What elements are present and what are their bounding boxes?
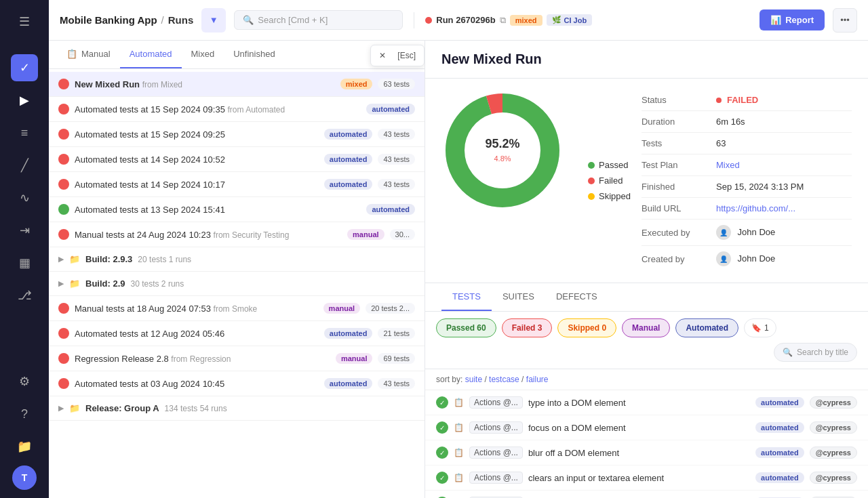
skipped-dot: [588, 193, 595, 200]
play-icon[interactable]: ▶: [11, 87, 38, 114]
group-title: Release: Group A: [85, 403, 159, 413]
tab-suites[interactable]: SUITES: [492, 283, 545, 311]
filter-manual-button[interactable]: Manual: [622, 318, 670, 337]
detail-duration-row: Duration 6m 16s: [642, 111, 852, 133]
group-row[interactable]: ▶ 📁 Release: Group A 134 tests 54 runs: [49, 396, 425, 421]
test-item[interactable]: ✓ 📋 Actions @... clears an input or text…: [425, 465, 868, 491]
run-title: Automated tests at 15 Sep 2024 09:35 fro…: [75, 104, 361, 115]
tag-automated: automated: [755, 397, 804, 408]
folder-icon: 📁: [69, 254, 80, 264]
status-dot-failed: [58, 79, 69, 89]
status-dot-passed: [58, 204, 69, 215]
tab-mixed[interactable]: Mixed: [182, 41, 224, 68]
filter-button[interactable]: ▼: [201, 8, 226, 33]
run-item[interactable]: Automated tests at 15 Sep 2024 09:35 fro…: [49, 97, 425, 122]
detail-createdby-row: Created by 👤 John Doe: [642, 246, 852, 272]
test-count: 30...: [390, 229, 415, 240]
run-item[interactable]: Regression Release 2.8 from Regression m…: [49, 346, 425, 371]
dashboard-icon[interactable]: ✓: [11, 54, 38, 81]
legend-failed: Failed: [588, 175, 631, 186]
menu-icon[interactable]: ☰: [11, 8, 38, 35]
test-count: 63 tests: [378, 79, 415, 89]
tab-unfinished[interactable]: Unfinished: [224, 41, 284, 68]
run-title: Automated tests at 14 Sep 2024 10:17: [75, 180, 319, 190]
group-title: Build: 2.9.3: [85, 254, 132, 264]
test-name: blur off a DOM element: [528, 448, 750, 458]
close-icon: ✕: [379, 51, 386, 60]
tab-tests[interactable]: TESTS: [441, 283, 492, 311]
group-row[interactable]: ▶ 📁 Build: 2.9 30 tests 2 runs: [49, 272, 425, 296]
user-avatar[interactable]: T: [12, 465, 37, 490]
sort-bar: sort by: suite / testcase / failure: [425, 369, 868, 390]
svg-text:4.8%: 4.8%: [494, 154, 511, 163]
run-item[interactable]: New Mixed Run from Mixed mixed 63 tests: [49, 72, 425, 97]
filter-automated-button[interactable]: Automated: [675, 318, 738, 337]
left-panel: 📋 Manual Automated Mixed Unfinished ✕ [E…: [49, 41, 425, 498]
sort-suite-link[interactable]: suite: [465, 375, 482, 384]
tag-automated: automated: [324, 129, 373, 140]
folder-icon[interactable]: 📁: [11, 433, 38, 460]
test-item[interactable]: ✓ 📋 Actions @... type into a DOM element…: [425, 390, 868, 415]
folder-icon: 📁: [69, 403, 80, 413]
analytics-icon[interactable]: ∿: [11, 184, 38, 211]
help-icon[interactable]: ?: [11, 400, 38, 428]
test-plan-link[interactable]: Mixed: [716, 160, 740, 170]
test-status-passed: ✓: [436, 472, 448, 484]
sort-testcase-link[interactable]: testcase: [489, 375, 519, 384]
suite-icon: 📋: [454, 473, 464, 482]
left-navigation: ☰ ✓ ▶ ≡ ╱ ∿ ⇥ ▦ ⎇ ⚙ ? 📁 T: [0, 0, 49, 498]
run-item[interactable]: Automated tests at 03 Aug 2024 10:45 aut…: [49, 371, 425, 396]
run-item[interactable]: Automated tests at 14 Sep 2024 10:52 aut…: [49, 147, 425, 172]
suite-label: Actions @...: [469, 472, 523, 484]
import-icon[interactable]: ⇥: [11, 217, 38, 244]
status-dot-failed: [58, 104, 69, 115]
report-button[interactable]: 📊 Report: [760, 9, 825, 30]
content-area: 📋 Manual Automated Mixed Unfinished ✕ [E…: [49, 41, 868, 498]
tag-manual: manual: [347, 229, 384, 240]
filter-failed-button[interactable]: Failed 3: [502, 318, 553, 337]
status-dot-failed: [58, 129, 69, 140]
inner-tabs: TESTS SUITES DEFECTS: [425, 283, 868, 312]
list-icon[interactable]: ≡: [11, 119, 38, 146]
test-name: focus on a DOM element: [528, 423, 750, 433]
close-tab-button[interactable]: ✕ [Esc]: [370, 45, 425, 66]
tag-automated: automated: [366, 204, 415, 215]
filter-icon: 🔖: [751, 323, 762, 333]
run-item[interactable]: Manual tests at 18 Aug 2024 07:53 from S…: [49, 296, 425, 321]
created-by-avatar: 👤: [716, 251, 731, 266]
git-icon[interactable]: ⎇: [11, 282, 38, 309]
test-item[interactable]: ✓ 📋 Actions @... focus on a DOM element …: [425, 415, 868, 440]
copy-icon[interactable]: ⧉: [500, 15, 506, 26]
more-options-button[interactable]: •••: [833, 8, 857, 33]
tag-automated: automated: [755, 422, 804, 433]
run-item[interactable]: Automated tests at 12 Aug 2024 05:46 aut…: [49, 321, 425, 346]
icon-filter-button[interactable]: 🔖 1: [744, 318, 776, 337]
filter-passed-button[interactable]: Passed 60: [436, 318, 496, 337]
build-url-link[interactable]: https://github.com/...: [716, 203, 795, 213]
search-title-input[interactable]: 🔍 Search by title: [774, 343, 857, 362]
run-item[interactable]: Automated tests at 13 Sep 2024 15:41 aut…: [49, 197, 425, 222]
donut-chart: 95.2% 4.8%: [441, 89, 577, 272]
sort-failure-link[interactable]: failure: [526, 375, 549, 384]
group-row[interactable]: ▶ 📁 Build: 2.9.3 20 tests 1 runs: [49, 247, 425, 272]
chart-line-icon[interactable]: ╱: [11, 152, 38, 179]
global-search[interactable]: 🔍 Search [Cmd + K]: [234, 10, 403, 30]
run-info-section: 95.2% 4.8% Passed Failed: [425, 79, 868, 283]
tab-manual[interactable]: 📋 Manual: [57, 41, 120, 68]
tag-automated: automated: [324, 378, 373, 389]
executed-by-avatar: 👤: [716, 225, 731, 240]
settings-icon[interactable]: ⚙: [11, 368, 38, 395]
test-item[interactable]: ✓ 📋 Actions @... blur off a DOM element …: [425, 440, 868, 465]
test-item[interactable]: ✓ 📋 Actions @... submit a form automated…: [425, 491, 868, 498]
bar-chart-icon[interactable]: ▦: [11, 249, 38, 276]
run-item[interactable]: Automated tests at 14 Sep 2024 10:17 aut…: [49, 172, 425, 197]
app-title[interactable]: Mobile Banking App: [60, 14, 157, 26]
report-icon: 📊: [770, 15, 781, 25]
run-item[interactable]: Manual tests at 24 Aug 2024 10:23 from S…: [49, 222, 425, 247]
tab-defects[interactable]: DEFECTS: [545, 283, 608, 311]
run-item[interactable]: Automated tests at 15 Sep 2024 09:25 aut…: [49, 122, 425, 147]
filter-skipped-button[interactable]: Skipped 0: [557, 318, 616, 337]
tab-automated[interactable]: Automated: [120, 41, 182, 68]
status-dot-failed: [58, 303, 69, 314]
run-type-tabs: 📋 Manual Automated Mixed Unfinished ✕ [E…: [49, 41, 425, 69]
